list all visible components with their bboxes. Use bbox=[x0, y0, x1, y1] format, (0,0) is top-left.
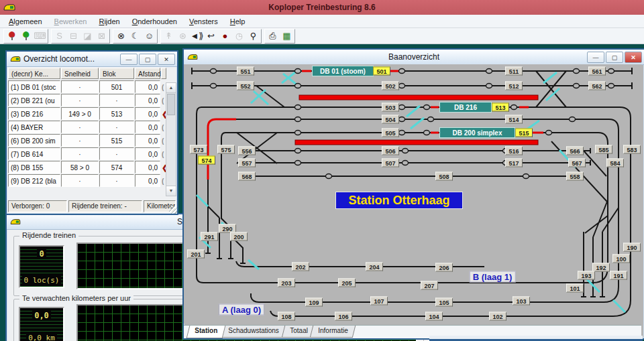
block-label-574[interactable]: 574 bbox=[198, 156, 215, 165]
distance-cell[interactable]: 0,0 bbox=[135, 121, 160, 133]
speed-cell[interactable]: · bbox=[61, 80, 99, 93]
block-label-190[interactable]: 190 bbox=[623, 243, 641, 252]
block-cell[interactable]: · bbox=[99, 121, 134, 133]
resize-grip[interactable] bbox=[169, 206, 177, 214]
loco-row[interactable]: (4) BAYER··0,0( bbox=[8, 121, 177, 133]
loco-name-cell[interactable]: (7) DB 614 bbox=[8, 147, 60, 160]
block-label-583[interactable]: 583 bbox=[623, 145, 641, 154]
distance-cell[interactable]: 0,0 bbox=[135, 94, 160, 107]
signal-red-icon[interactable]: ⬤ bbox=[5, 30, 19, 42]
block-cell[interactable]: 513 bbox=[99, 107, 134, 120]
block-cell[interactable]: · bbox=[99, 174, 134, 187]
speaker-icon[interactable]: ◄⟫ bbox=[190, 30, 204, 42]
bomb-icon[interactable]: ● bbox=[218, 30, 232, 42]
loco-name-cell[interactable]: (3) DB 216 bbox=[8, 107, 60, 120]
speed-cell[interactable]: · bbox=[61, 147, 99, 160]
column-header-2[interactable]: Snelheid bbox=[61, 68, 99, 79]
loco-row[interactable]: (9) DB 212 (bla··0,0( bbox=[8, 174, 177, 187]
speed-cell[interactable]: · bbox=[61, 174, 99, 187]
block-label-191[interactable]: 191 bbox=[610, 271, 627, 280]
maximize-button[interactable]: ▢ bbox=[139, 54, 156, 65]
close-button[interactable]: ✕ bbox=[625, 52, 642, 63]
speed-cell[interactable]: · bbox=[61, 134, 99, 147]
moon-icon[interactable]: ☾ bbox=[128, 30, 142, 42]
menu-item-vensters[interactable]: Vensters bbox=[183, 16, 224, 27]
distance-cell[interactable]: 0,0 bbox=[135, 161, 160, 174]
block-label-552[interactable]: 552 bbox=[237, 82, 254, 90]
block-label-193[interactable]: 193 bbox=[578, 271, 595, 280]
loco-name-cell[interactable]: (2) DB 221 (ou bbox=[8, 94, 60, 107]
loco-name-cell[interactable]: (8) DB 155 bbox=[8, 161, 60, 174]
speed-cell[interactable]: 58 > 0 bbox=[61, 161, 99, 174]
loco-overview-titlebar[interactable]: Overzicht locomot... — ▢ ✕ bbox=[7, 52, 177, 67]
column-header-1[interactable]: (decnr) Ke... bbox=[8, 68, 60, 79]
block-label-567[interactable]: 567 bbox=[568, 159, 586, 167]
block-label-206[interactable]: 206 bbox=[435, 263, 453, 272]
distance-cell[interactable]: 0,0 bbox=[135, 134, 160, 147]
block-label-502[interactable]: 502 bbox=[382, 82, 399, 90]
block-label-568[interactable]: 568 bbox=[238, 172, 256, 181]
block-label-107[interactable]: 107 bbox=[370, 297, 388, 305]
close-button[interactable]: ✕ bbox=[158, 54, 175, 65]
printer-icon[interactable]: ⎙ bbox=[266, 30, 280, 42]
block-label-102[interactable]: 102 bbox=[489, 312, 506, 321]
column-header-4[interactable]: Afstand bbox=[135, 68, 160, 79]
block-cell[interactable]: · bbox=[99, 94, 134, 107]
block-label-507[interactable]: 507 bbox=[382, 159, 399, 167]
signal-green-icon[interactable]: ⬤ bbox=[19, 30, 33, 42]
block-label-517[interactable]: 517 bbox=[505, 159, 523, 167]
distance-cell[interactable]: 0,0 bbox=[135, 147, 160, 160]
block-label-504[interactable]: 504 bbox=[382, 115, 399, 124]
block-label-511[interactable]: 511 bbox=[505, 67, 523, 76]
loco-row[interactable]: (8) DB 15558 > 05740,0❮❮ bbox=[8, 161, 177, 174]
block-label-512[interactable]: 512 bbox=[505, 82, 523, 90]
block-label-203[interactable]: 203 bbox=[278, 279, 295, 287]
loco-name-cell[interactable]: (1) DB 01 (stoc bbox=[8, 80, 60, 93]
crossed-glasses-icon[interactable]: ⊗ bbox=[114, 30, 128, 42]
loco-name-cell[interactable]: (9) DB 212 (bla bbox=[8, 174, 60, 187]
export-document-icon[interactable]: ▦ bbox=[280, 30, 294, 42]
block-label-513[interactable]: 513 bbox=[492, 103, 509, 112]
block-label-291[interactable]: 291 bbox=[201, 232, 218, 241]
speed-cell[interactable]: 149 > 0 bbox=[61, 107, 99, 120]
train-label[interactable]: DB 200 simplex bbox=[439, 127, 515, 138]
block-label-562[interactable]: 562 bbox=[588, 82, 606, 90]
block-label-101[interactable]: 101 bbox=[566, 284, 584, 293]
loco-table-scrollbar[interactable]: ▲ ▼ bbox=[166, 82, 176, 196]
distance-cell[interactable]: 0,0 bbox=[135, 174, 160, 187]
ghost-icon[interactable]: ☺ bbox=[142, 30, 156, 42]
block-cell[interactable]: 515 bbox=[99, 134, 134, 147]
block-label-204[interactable]: 204 bbox=[366, 263, 383, 271]
block-label-200[interactable]: 200 bbox=[230, 232, 248, 241]
block-label-201[interactable]: 201 bbox=[187, 250, 205, 259]
tab-station[interactable]: Station bbox=[186, 326, 226, 338]
speed-cell[interactable]: · bbox=[61, 94, 99, 107]
block-label-575[interactable]: 575 bbox=[217, 145, 235, 154]
menu-item-help[interactable]: Help bbox=[224, 16, 252, 27]
block-label-105[interactable]: 105 bbox=[435, 298, 453, 307]
minimize-button[interactable]: — bbox=[587, 52, 604, 63]
block-label-516[interactable]: 516 bbox=[505, 147, 523, 155]
block-label-506[interactable]: 506 bbox=[382, 147, 399, 155]
loco-name-cell[interactable]: (6) DB 200 sim bbox=[8, 134, 60, 147]
block-cell[interactable]: 574 bbox=[99, 161, 134, 174]
block-label-551[interactable]: 551 bbox=[237, 67, 254, 76]
speed-cell[interactable]: · bbox=[61, 121, 99, 133]
tab-informatie[interactable]: Informatie bbox=[310, 326, 356, 338]
block-label-104[interactable]: 104 bbox=[425, 312, 443, 321]
block-label-205[interactable]: 205 bbox=[338, 279, 356, 287]
scroll-thumb[interactable] bbox=[167, 94, 175, 115]
block-label-501[interactable]: 501 bbox=[373, 67, 390, 76]
block-label-108[interactable]: 108 bbox=[278, 312, 295, 321]
block-label-508[interactable]: 508 bbox=[435, 172, 453, 181]
block-cell[interactable]: 501 bbox=[99, 80, 134, 93]
track-overview-titlebar[interactable]: Baanoverzicht — ▢ ✕ bbox=[184, 50, 644, 65]
column-header-3[interactable]: Blok bbox=[99, 68, 134, 79]
menu-item-algemeen[interactable]: Algemeen bbox=[3, 16, 48, 27]
tab-schaduwstations[interactable]: Schaduwstations bbox=[220, 326, 287, 338]
loco-row[interactable]: (3) DB 216149 > 05130,0❮❮ bbox=[8, 107, 177, 120]
curved-arrow-icon[interactable]: ↩ bbox=[204, 30, 218, 42]
block-label-585[interactable]: 585 bbox=[595, 145, 612, 154]
block-label-202[interactable]: 202 bbox=[292, 263, 309, 271]
block-label-100[interactable]: 100 bbox=[612, 255, 630, 263]
